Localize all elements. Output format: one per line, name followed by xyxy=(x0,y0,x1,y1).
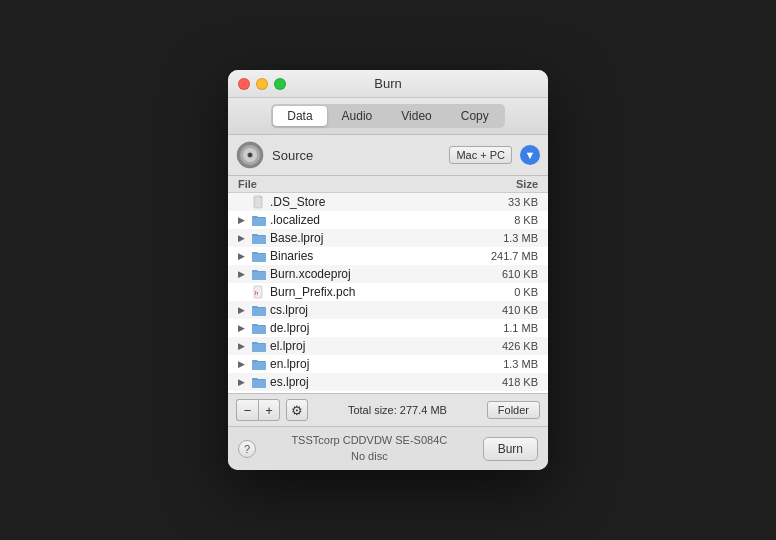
file-size: 1.3 MB xyxy=(478,358,538,370)
file-size: 418 KB xyxy=(478,376,538,388)
file-name: Binaries xyxy=(270,249,474,263)
file-list[interactable]: .DS_Store 33 KB ▶ .localized 8 KB ▶ Base… xyxy=(228,193,548,393)
action-button[interactable]: ⚙ xyxy=(286,399,308,421)
list-item: .DS_Store 33 KB xyxy=(228,193,548,211)
remove-button[interactable]: − xyxy=(236,399,258,421)
source-label: Source xyxy=(272,148,441,163)
file-name: .localized xyxy=(270,213,474,227)
expand-arrow: ▶ xyxy=(238,359,248,369)
titlebar: Burn xyxy=(228,70,548,98)
total-size-label: Total size: 277.4 MB xyxy=(314,404,481,416)
maximize-button[interactable] xyxy=(274,78,286,90)
list-item: ▶ de.lproj 1.1 MB xyxy=(228,319,548,337)
folder-icon xyxy=(252,305,266,316)
tab-video[interactable]: Video xyxy=(387,106,445,126)
source-options-button[interactable]: ▼ xyxy=(520,145,540,165)
file-name: es.lproj xyxy=(270,375,474,389)
minimize-button[interactable] xyxy=(256,78,268,90)
file-size: 0 KB xyxy=(478,286,538,298)
add-remove-group: − + xyxy=(236,399,280,421)
folder-icon xyxy=(252,341,266,352)
close-button[interactable] xyxy=(238,78,250,90)
expand-arrow: ▶ xyxy=(238,269,248,279)
expand-arrow: ▶ xyxy=(238,377,248,387)
list-item: ▶ en.lproj 1.3 MB xyxy=(228,355,548,373)
file-size: 1.3 MB xyxy=(478,232,538,244)
list-item: ▶ Base.lproj 1.3 MB xyxy=(228,229,548,247)
file-size: 410 KB xyxy=(478,304,538,316)
expand-arrow: ▶ xyxy=(238,341,248,351)
svg-point-4 xyxy=(249,154,252,157)
tab-group: Data Audio Video Copy xyxy=(271,104,505,128)
col-size-label: Size xyxy=(516,178,538,190)
file-name: Burn.xcodeproj xyxy=(270,267,474,281)
file-name: en.lproj xyxy=(270,357,474,371)
list-item: ▶ es.lproj 418 KB xyxy=(228,373,548,391)
file-size: 33 KB xyxy=(478,196,538,208)
list-item: ▶ el.lproj 426 KB xyxy=(228,337,548,355)
file-size: 1.1 MB xyxy=(478,322,538,334)
file-name: cs.lproj xyxy=(270,303,474,317)
folder-button[interactable]: Folder xyxy=(487,401,540,419)
file-name: el.lproj xyxy=(270,339,474,353)
expand-arrow: ▶ xyxy=(238,323,248,333)
file-name: Base.lproj xyxy=(270,231,474,245)
disc-icon xyxy=(236,141,264,169)
col-file-label: File xyxy=(238,178,257,190)
expand-arrow: ▶ xyxy=(238,215,248,225)
folder-icon xyxy=(252,377,266,388)
folder-icon xyxy=(252,359,266,370)
file-size: 426 KB xyxy=(478,340,538,352)
folder-icon xyxy=(252,233,266,244)
file-name: Burn_Prefix.pch xyxy=(270,285,474,299)
expand-arrow: ▶ xyxy=(238,305,248,315)
list-item: ▶ cs.lproj 410 KB xyxy=(228,301,548,319)
list-item: h Burn_Prefix.pch 0 KB xyxy=(228,283,548,301)
bottom-controls: − + ⚙ Total size: 277.4 MB Folder xyxy=(228,393,548,426)
file-list-header: File Size xyxy=(228,176,548,193)
window-title: Burn xyxy=(374,76,401,91)
traffic-lights xyxy=(238,78,286,90)
expand-arrow: ▶ xyxy=(238,233,248,243)
burn-button[interactable]: Burn xyxy=(483,437,538,461)
status-bar: ? TSSTcorp CDDVDW SE-S084C No disc Burn xyxy=(228,426,548,470)
file-size: 241.7 MB xyxy=(478,250,538,262)
tab-data[interactable]: Data xyxy=(273,106,326,126)
tab-copy[interactable]: Copy xyxy=(447,106,503,126)
list-item: ▶ Burn.xcodeproj 610 KB xyxy=(228,265,548,283)
svg-text:h: h xyxy=(255,290,258,296)
device-status: No disc xyxy=(264,449,475,464)
folder-icon xyxy=(252,215,266,226)
device-name: TSSTcorp CDDVDW SE-S084C xyxy=(264,433,475,448)
file-size: 8 KB xyxy=(478,214,538,226)
folder-icon xyxy=(252,323,266,334)
list-item: ▶ Binaries 241.7 MB xyxy=(228,247,548,265)
list-item: ▶ .localized 8 KB xyxy=(228,211,548,229)
burn-window: Burn Data Audio Video Copy Source Mac + … xyxy=(228,70,548,470)
file-name: .DS_Store xyxy=(270,195,474,209)
header-file-icon: h xyxy=(252,285,266,299)
help-button[interactable]: ? xyxy=(238,440,256,458)
device-info: TSSTcorp CDDVDW SE-S084C No disc xyxy=(264,433,475,464)
file-size: 610 KB xyxy=(478,268,538,280)
folder-icon xyxy=(252,251,266,262)
folder-icon xyxy=(252,269,266,280)
add-button[interactable]: + xyxy=(258,399,280,421)
mac-pc-button[interactable]: Mac + PC xyxy=(449,146,512,164)
tab-audio[interactable]: Audio xyxy=(328,106,387,126)
file-icon xyxy=(252,195,266,209)
expand-arrow: ▶ xyxy=(238,251,248,261)
file-name: de.lproj xyxy=(270,321,474,335)
toolbar: Data Audio Video Copy xyxy=(228,98,548,135)
source-bar: Source Mac + PC ▼ xyxy=(228,135,548,176)
